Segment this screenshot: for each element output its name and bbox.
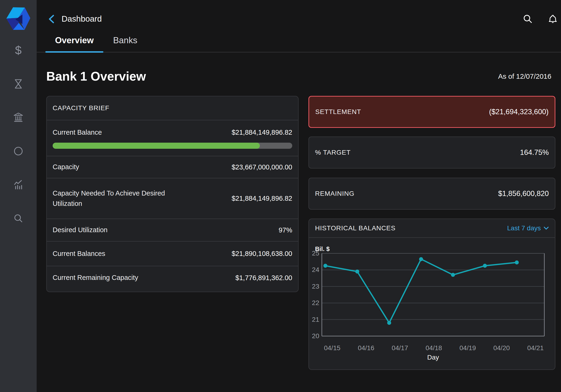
sidebar-item-balances[interactable]: $ — [13, 45, 24, 56]
tab-divider — [37, 52, 561, 52]
circle-icon — [13, 145, 24, 157]
svg-text:04/21: 04/21 — [527, 344, 544, 352]
row-label: Current Remaining Capacity — [53, 272, 138, 283]
range-selector[interactable]: Last 7 days — [507, 224, 549, 232]
table-row-current-balance: Current Balance $21,884,149,896.82 — [47, 120, 298, 156]
as-of-date: As of 12/07/2016 — [498, 72, 551, 80]
sidebar-item-status[interactable] — [13, 145, 24, 157]
dashboard-page: { "colors": { "accent_blue": "#3aa9e6", … — [0, 0, 561, 392]
card-label: SETTLEMENT — [315, 108, 361, 116]
row-value: $21,884,149,896.82 — [232, 129, 292, 136]
tab-overview[interactable]: Overview — [45, 29, 103, 52]
card-value: ($21,694,323,600) — [489, 108, 549, 116]
card-value: 164.75% — [520, 148, 549, 157]
svg-text:24: 24 — [312, 266, 319, 273]
svg-text:Day: Day — [427, 354, 439, 361]
chevron-down-icon — [544, 227, 549, 230]
row-value: $21,890,108,638.00 — [232, 250, 292, 258]
app-logo[interactable] — [6, 7, 31, 31]
search-icon — [524, 15, 531, 22]
svg-text:04/17: 04/17 — [392, 344, 408, 352]
row-label: Current Balances — [53, 249, 105, 259]
svg-text:04/16: 04/16 — [358, 344, 374, 352]
table-row-capacity: Capacity $23,667,000,000.00 — [47, 156, 298, 178]
trending-chart-icon — [13, 179, 24, 190]
svg-text:04/19: 04/19 — [460, 344, 476, 352]
bank-icon — [13, 112, 24, 123]
sidebar-item-banks[interactable] — [13, 112, 24, 123]
back-button[interactable] — [48, 14, 55, 24]
svg-text:20: 20 — [312, 332, 319, 340]
card-label: REMAINING — [315, 190, 355, 197]
sidebar-item-pending[interactable] — [13, 78, 24, 89]
search-icon — [13, 213, 24, 224]
balance-progress-fill — [53, 143, 260, 149]
page-title: Bank 1 Overview — [46, 69, 146, 83]
sidebar-item-analytics[interactable] — [13, 179, 24, 190]
table-row-desired-utilization: Desired Utilization 97% — [47, 219, 298, 242]
card-label: % TARGET — [315, 149, 351, 156]
row-value: 97% — [279, 226, 292, 234]
bell-icon — [549, 15, 556, 23]
percent-target-card: % TARGET 164.75% — [308, 137, 555, 168]
balances-line-chart: 20212223242504/1504/1604/1704/1804/1904/… — [309, 238, 555, 370]
table-row-current-balances: Current Balances $21,890,108,638.00 — [47, 242, 298, 266]
page-header-title: Dashboard — [62, 14, 102, 23]
row-label: Desired Utilization — [53, 225, 108, 235]
historical-balances-title: HISTORICAL BALANCES — [315, 224, 396, 232]
row-label: Capacity — [53, 162, 79, 172]
chevron-left-icon — [50, 15, 53, 22]
dollar-icon: $ — [15, 45, 22, 56]
capacity-brief-card: CAPACITY BRIEF Current Balance $21,884,1… — [46, 96, 299, 292]
row-label: Capacity Needed To Achieve Desired Utili… — [53, 188, 184, 209]
range-label: Last 7 days — [507, 224, 541, 232]
sidebar-nav: $ — [0, 45, 37, 224]
tab-bar: Overview Banks — [45, 29, 147, 52]
active-tab-indicator — [45, 51, 103, 53]
table-row-capacity-needed: Capacity Needed To Achieve Desired Utili… — [47, 178, 298, 219]
card-value: $1,856,600,820 — [498, 189, 549, 198]
remaining-card: REMAINING $1,856,600,820 — [308, 178, 555, 210]
row-label: Current Balance — [53, 127, 102, 138]
sidebar: $ — [0, 0, 37, 392]
svg-text:04/18: 04/18 — [426, 344, 442, 352]
tab-banks[interactable]: Banks — [103, 29, 147, 52]
row-value: $1,776,891,362.00 — [235, 274, 292, 282]
svg-text:04/15: 04/15 — [324, 344, 340, 352]
settlement-card: SETTLEMENT ($21,694,323,600) — [308, 96, 555, 128]
capacity-brief-title: CAPACITY BRIEF — [47, 96, 298, 120]
svg-text:Bil. $: Bil. $ — [315, 245, 330, 252]
svg-text:04/20: 04/20 — [493, 344, 510, 352]
balance-progress-track — [53, 143, 292, 149]
table-row-remaining-capacity: Current Remaining Capacity $1,776,891,36… — [47, 266, 298, 289]
row-value: $23,667,000,000.00 — [232, 163, 292, 171]
notifications-button[interactable] — [547, 14, 558, 24]
historical-balances-card: HISTORICAL BALANCES Last 7 days 20212223… — [308, 218, 555, 370]
hourglass-icon — [13, 78, 24, 89]
svg-text:22: 22 — [312, 299, 319, 306]
svg-text:21: 21 — [312, 316, 319, 323]
row-value: $21,884,149,896.82 — [232, 195, 292, 202]
svg-text:23: 23 — [312, 283, 319, 290]
sidebar-item-search[interactable] — [13, 213, 24, 224]
header-search-button[interactable] — [522, 14, 533, 24]
